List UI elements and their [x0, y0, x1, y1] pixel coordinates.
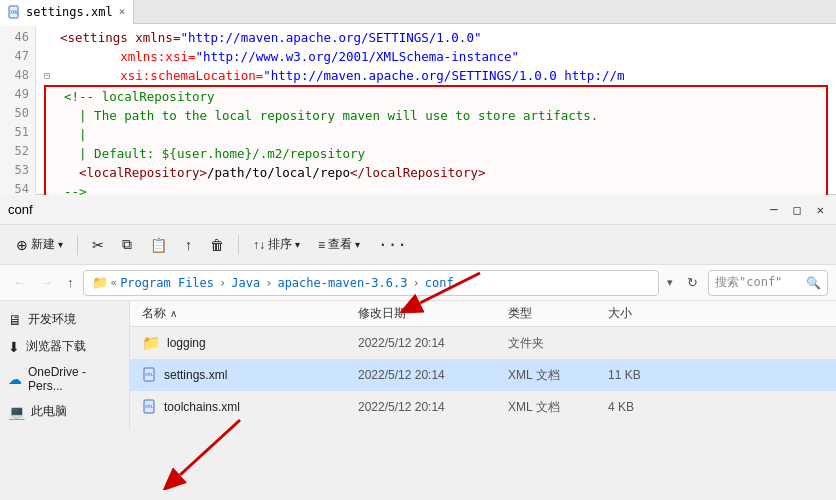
view-label: 查看 [328, 236, 352, 253]
sort-btn[interactable]: ↑↓ 排序 ▾ [245, 232, 308, 257]
sort-label: 排序 [268, 236, 292, 253]
new-label: 新建 [31, 236, 55, 253]
code-line-51: | [48, 125, 824, 144]
breadcrumb-maven[interactable]: apache-maven-3.6.3 [277, 276, 407, 290]
col-name-header[interactable]: 名称 ∧ [130, 301, 350, 326]
file-name-settings-label: settings.xml [164, 368, 227, 382]
onedrive-icon: ☁ [8, 371, 22, 387]
file-name-toolchains-label: toolchains.xml [164, 400, 240, 414]
breadcrumb-java[interactable]: Java [231, 276, 260, 290]
cut-icon: ✂ [92, 237, 104, 253]
search-icon[interactable]: 🔍 [806, 276, 821, 290]
file-date-toolchains: 2022/5/12 20:14 [350, 396, 500, 418]
breadcrumb-sep-2: › [265, 276, 272, 290]
sep-1 [77, 235, 78, 255]
col-size-header[interactable]: 大小 [600, 301, 680, 326]
code-editor: 46 47 48 49 50 51 52 53 54 55 <settings … [0, 24, 836, 224]
paste-icon: 📋 [150, 237, 167, 253]
code-line-53: <localRepository>/path/to/local/repo</lo… [48, 163, 824, 182]
xml-file-icon: XML [8, 5, 22, 19]
highlighted-block: <!-- localRepository | The path to the l… [44, 85, 828, 203]
sep-2 [238, 235, 239, 255]
sort-dropdown-icon: ▾ [295, 239, 300, 250]
breadcrumb-dropdown-btn[interactable]: ▾ [663, 274, 677, 291]
more-btn[interactable]: ··· [370, 231, 415, 258]
breadcrumb-program-files[interactable]: Program Files [120, 276, 214, 290]
file-list-body: 🖥 开发环境 ⬇ 浏览器下载 ☁ OneDrive - Pers... 💻 此电… [0, 301, 836, 430]
breadcrumb-folder-icon: 📁 [92, 275, 108, 290]
sidebar-devenv-label: 开发环境 [28, 311, 76, 328]
devenv-icon: 🖥 [8, 312, 22, 328]
code-line-48: ⊟ xsi:schemaLocation="http://maven.apach… [44, 66, 828, 85]
code-line-52: | Default: ${user.home}/.m2/repository [48, 144, 824, 163]
view-dropdown-icon: ▾ [355, 239, 360, 250]
thispc-icon: 💻 [8, 404, 25, 420]
breadcrumb-sep-1: › [219, 276, 226, 290]
code-line-47: xmlns:xsi="http://www.w3.org/2001/XMLSch… [44, 47, 828, 66]
minimize-btn[interactable]: ─ [766, 203, 781, 217]
view-btn[interactable]: ≡ 查看 ▾ [310, 232, 368, 257]
file-row-logging[interactable]: 📁 logging 2022/5/12 20:14 文件夹 [130, 327, 836, 359]
folder-icon: 📁 [142, 334, 161, 352]
sidebar-item-downloads[interactable]: ⬇ 浏览器下载 [0, 334, 129, 359]
delete-btn[interactable]: 🗑 [202, 233, 232, 257]
code-line-46: <settings xmlns="http://maven.apache.org… [44, 28, 828, 47]
sort-icon: ↑↓ [253, 238, 265, 252]
copy-btn[interactable]: ⧉ [114, 232, 140, 257]
tab-label: settings.xml [26, 5, 113, 19]
breadcrumb-sep-3: › [412, 276, 419, 290]
sidebar-item-onedrive[interactable]: ☁ OneDrive - Pers... [0, 361, 129, 397]
maximize-btn[interactable]: □ [790, 203, 805, 217]
delete-icon: 🗑 [210, 237, 224, 253]
share-btn[interactable]: ↑ [177, 233, 200, 257]
col-date-label: 修改日期 [358, 306, 406, 320]
col-type-header[interactable]: 类型 [500, 301, 600, 326]
close-btn[interactable]: ✕ [813, 203, 828, 217]
address-bar: ← → ↑ 📁 « Program Files › Java › apache-… [0, 265, 836, 301]
file-size-logging [600, 339, 680, 347]
breadcrumb-conf[interactable]: conf [425, 276, 454, 290]
forward-btn[interactable]: → [35, 273, 58, 292]
col-size-label: 大小 [608, 306, 632, 320]
sidebar-item-devenv[interactable]: 🖥 开发环境 [0, 307, 129, 332]
file-row-toolchains-xml[interactable]: XML toolchains.xml 2022/5/12 20:14 XML 文… [130, 391, 836, 423]
window-controls: ─ □ ✕ [766, 203, 828, 217]
file-row-settings-xml[interactable]: XML settings.xml 2022/5/12 20:14 XML 文档 … [130, 359, 836, 391]
cut-btn[interactable]: ✂ [84, 233, 112, 257]
search-box[interactable]: 搜索"conf" 🔍 [708, 270, 828, 296]
sidebar-downloads-label: 浏览器下载 [26, 338, 86, 355]
up-btn[interactable]: ↑ [62, 273, 79, 292]
new-btn[interactable]: ⊕ 新建 ▾ [8, 232, 71, 257]
svg-text:XML: XML [145, 372, 153, 377]
file-name-logging: 📁 logging [130, 330, 350, 356]
new-dropdown-icon: ▾ [58, 239, 63, 250]
sidebar-item-thispc[interactable]: 💻 此电脑 [0, 399, 129, 424]
editor-section: XML settings.xml × 46 47 48 49 50 51 52 … [0, 0, 836, 195]
refresh-btn[interactable]: ↻ [681, 273, 704, 292]
breadcrumb-prefix: « [111, 276, 118, 289]
file-date-settings: 2022/5/12 20:14 [350, 364, 500, 386]
sidebar-onedrive-label: OneDrive - Pers... [28, 365, 121, 393]
file-type-logging: 文件夹 [500, 331, 600, 356]
file-name-logging-label: logging [167, 336, 206, 350]
breadcrumb[interactable]: 📁 « Program Files › Java › apache-maven-… [83, 270, 660, 296]
code-line-50: | The path to the local repository maven… [48, 106, 824, 125]
col-type-label: 类型 [508, 306, 532, 320]
col-sort-indicator: ∧ [170, 308, 177, 319]
tab-close-btn[interactable]: × [119, 5, 126, 18]
paste-btn[interactable]: 📋 [142, 233, 175, 257]
column-headers: 名称 ∧ 修改日期 类型 大小 [130, 301, 836, 327]
col-date-header[interactable]: 修改日期 [350, 301, 500, 326]
tab-settings-xml[interactable]: XML settings.xml × [0, 0, 134, 24]
window-title: conf [8, 202, 33, 217]
copy-icon: ⧉ [122, 236, 132, 253]
new-icon: ⊕ [16, 237, 28, 253]
code-line-49: <!-- localRepository [48, 87, 824, 106]
tab-bar: XML settings.xml × [0, 0, 836, 24]
file-name-settings: XML settings.xml [130, 363, 350, 387]
back-btn[interactable]: ← [8, 273, 31, 292]
view-icon: ≡ [318, 238, 325, 252]
file-size-settings: 11 KB [600, 364, 680, 386]
file-date-logging: 2022/5/12 20:14 [350, 332, 500, 354]
sidebar-thispc-label: 此电脑 [31, 403, 67, 420]
